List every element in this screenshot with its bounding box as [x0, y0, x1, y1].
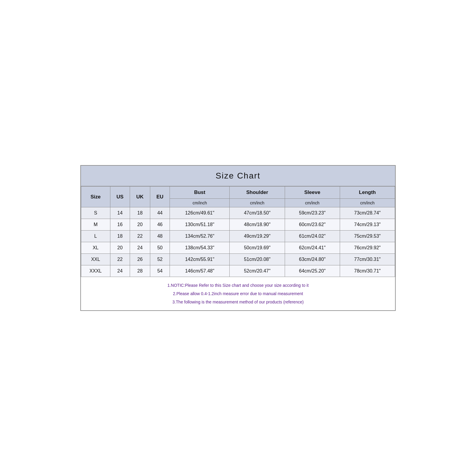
cell-bust: 142cm/55.91": [170, 254, 230, 265]
cell-bust: 126cm/49.61": [170, 207, 230, 219]
col-header-bust: Bust: [170, 187, 230, 199]
cell-size: XXXL: [81, 265, 110, 277]
cell-us: 18: [110, 231, 130, 242]
cell-us: 20: [110, 242, 130, 254]
cell-bust: 134cm/52.76": [170, 231, 230, 242]
table-header-top: Size US UK EU Bust Shoulder Sleeve Lengt…: [81, 187, 395, 199]
table-row: S141844126cm/49.61"47cm/18.50"59cm/23.23…: [81, 207, 395, 219]
table-row: XXXL242854146cm/57.48"52cm/20.47"64cm/25…: [81, 265, 395, 277]
cell-us: 14: [110, 207, 130, 219]
cell-length: 78cm/30.71": [340, 265, 395, 277]
cell-uk: 18: [130, 207, 150, 219]
col-subheader-length-unit: cm/inch: [340, 199, 395, 207]
cell-size: L: [81, 231, 110, 242]
cell-bust: 138cm/54.33": [170, 242, 230, 254]
col-header-uk: UK: [130, 187, 150, 207]
cell-sleeve: 59cm/23.23": [285, 207, 340, 219]
cell-length: 77cm/30.31": [340, 254, 395, 265]
table-body: S141844126cm/49.61"47cm/18.50"59cm/23.23…: [81, 207, 395, 277]
cell-bust: 130cm/51.18": [170, 219, 230, 231]
col-subheader-shoulder-unit: cm/inch: [230, 199, 285, 207]
cell-sleeve: 61cm/24.02": [285, 231, 340, 242]
cell-us: 22: [110, 254, 130, 265]
cell-eu: 54: [150, 265, 170, 277]
cell-shoulder: 52cm/20.47": [230, 265, 285, 277]
cell-us: 16: [110, 219, 130, 231]
cell-uk: 24: [130, 242, 150, 254]
cell-us: 24: [110, 265, 130, 277]
notes-row: 1.NOTIC:Please Refer to this Size chart …: [81, 277, 395, 311]
col-header-shoulder: Shoulder: [230, 187, 285, 199]
col-subheader-sleeve-unit: cm/inch: [285, 199, 340, 207]
notes-cell: 1.NOTIC:Please Refer to this Size chart …: [81, 277, 395, 311]
cell-eu: 50: [150, 242, 170, 254]
table-row: XXL222652142cm/55.91"51cm/20.08"63cm/24.…: [81, 254, 395, 265]
cell-sleeve: 60cm/23.62": [285, 219, 340, 231]
cell-length: 75cm/29.53": [340, 231, 395, 242]
cell-sleeve: 64cm/25.20": [285, 265, 340, 277]
col-header-eu: EU: [150, 187, 170, 207]
cell-sleeve: 63cm/24.80": [285, 254, 340, 265]
cell-shoulder: 47cm/18.50": [230, 207, 285, 219]
cell-uk: 26: [130, 254, 150, 265]
cell-size: S: [81, 207, 110, 219]
cell-shoulder: 48cm/18.90": [230, 219, 285, 231]
cell-sleeve: 62cm/24.41": [285, 242, 340, 254]
cell-uk: 28: [130, 265, 150, 277]
size-chart-container: Size Chart Size US UK EU Bust Shoulder S…: [80, 165, 396, 311]
col-header-sleeve: Sleeve: [285, 187, 340, 199]
cell-size: M: [81, 219, 110, 231]
cell-size: XXL: [81, 254, 110, 265]
cell-eu: 52: [150, 254, 170, 265]
cell-bust: 146cm/57.48": [170, 265, 230, 277]
table-row: L182248134cm/52.76"49cm/19.29"61cm/24.02…: [81, 231, 395, 242]
table-row: M162046130cm/51.18"48cm/18.90"60cm/23.62…: [81, 219, 395, 231]
chart-title: Size Chart: [81, 166, 395, 186]
cell-length: 74cm/29.13": [340, 219, 395, 231]
cell-uk: 22: [130, 231, 150, 242]
cell-length: 73cm/28.74": [340, 207, 395, 219]
cell-shoulder: 51cm/20.08": [230, 254, 285, 265]
cell-size: XL: [81, 242, 110, 254]
table-row: XL202450138cm/54.33"50cm/19.69"62cm/24.4…: [81, 242, 395, 254]
cell-eu: 48: [150, 231, 170, 242]
cell-shoulder: 49cm/19.29": [230, 231, 285, 242]
size-chart-table: Size US UK EU Bust Shoulder Sleeve Lengt…: [81, 186, 395, 310]
col-header-length: Length: [340, 187, 395, 199]
cell-uk: 20: [130, 219, 150, 231]
cell-eu: 46: [150, 219, 170, 231]
cell-length: 76cm/29.92": [340, 242, 395, 254]
col-subheader-bust-unit: cm/inch: [170, 199, 230, 207]
col-header-size: Size: [81, 187, 110, 207]
cell-eu: 44: [150, 207, 170, 219]
col-header-us: US: [110, 187, 130, 207]
cell-shoulder: 50cm/19.69": [230, 242, 285, 254]
